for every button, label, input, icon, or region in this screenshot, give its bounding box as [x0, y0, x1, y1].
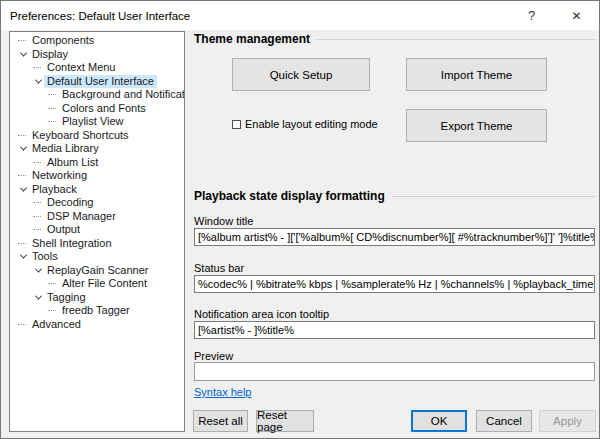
- chevron-down-icon[interactable]: [20, 184, 27, 191]
- tree-item-alter-file-content[interactable]: Alter File Content: [10, 277, 184, 291]
- chevron-down-icon[interactable]: [35, 76, 42, 83]
- preferences-dialog: Preferences: Default User Interface ? ✕ …: [0, 0, 600, 439]
- tree-item-default-user-interface[interactable]: Default User Interface: [10, 75, 184, 89]
- tree-gutter: [10, 121, 56, 122]
- section-divider: [392, 196, 595, 197]
- tree-connector-icon: [33, 67, 41, 68]
- tooltip-field-label: Notification area icon tooltip: [194, 308, 329, 320]
- tree-connector-icon: [48, 94, 56, 95]
- section-divider: [317, 39, 595, 40]
- tree-item-label[interactable]: Album List: [44, 156, 101, 169]
- tree-connector-icon: [18, 40, 26, 41]
- chevron-down-icon[interactable]: [20, 252, 27, 259]
- tree-gutter: [10, 295, 41, 300]
- enable-layout-editing-checkbox[interactable]: [232, 120, 241, 129]
- tree-item-label[interactable]: Media Library: [29, 142, 102, 155]
- tree-gutter: [10, 202, 41, 203]
- section-title: Playback state display formatting: [194, 189, 385, 203]
- tree-connector-icon: [48, 310, 56, 311]
- tree-item-playlist-view[interactable]: Playlist View: [10, 115, 184, 129]
- tree-item-label[interactable]: Alter File Content: [59, 277, 150, 290]
- tree-gutter: [10, 40, 26, 41]
- tree-gutter: [10, 229, 41, 230]
- tree-item-display[interactable]: Display: [10, 48, 184, 62]
- tree-item-media-library[interactable]: Media Library: [10, 142, 184, 156]
- reset-page-button[interactable]: Reset page: [256, 410, 314, 432]
- ok-button[interactable]: OK: [411, 410, 467, 432]
- playback-formatting-heading: Playback state display formatting: [194, 189, 595, 203]
- tree-gutter: [10, 175, 26, 176]
- tree-item-components[interactable]: Components: [10, 34, 184, 48]
- tree-item-label[interactable]: Keyboard Shortcuts: [29, 129, 132, 142]
- tree-item-label[interactable]: Playback: [29, 183, 80, 196]
- chevron-down-icon[interactable]: [20, 144, 27, 151]
- chevron-down-icon[interactable]: [35, 265, 42, 272]
- export-theme-button[interactable]: Export Theme: [406, 109, 547, 142]
- tree-item-label[interactable]: Background and Notifications: [59, 88, 185, 101]
- tree-item-label[interactable]: Decoding: [44, 196, 96, 209]
- tree-connector-icon: [48, 108, 56, 109]
- tree-item-output[interactable]: Output: [10, 223, 184, 237]
- window-title-format-input[interactable]: [%album artist% - ]['['%album%[ CD%discn…: [194, 228, 595, 246]
- enable-layout-editing-label[interactable]: Enable layout editing mode: [245, 118, 378, 130]
- tree-connector-icon: [18, 135, 26, 136]
- tree-gutter: [10, 254, 26, 259]
- window-title-field-label: Window title: [194, 215, 253, 227]
- tree-item-playback[interactable]: Playback: [10, 183, 184, 197]
- tree-connector-icon: [48, 121, 56, 122]
- tree-item-label[interactable]: Playlist View: [59, 115, 127, 128]
- tree-item-freedb-tagger[interactable]: freedb Tagger: [10, 304, 184, 318]
- tree-item-label[interactable]: Output: [44, 223, 83, 236]
- tree-item-label[interactable]: DSP Manager: [44, 210, 119, 223]
- tree-gutter: [10, 283, 56, 284]
- import-theme-button[interactable]: Import Theme: [406, 58, 547, 91]
- tree-item-album-list[interactable]: Album List: [10, 156, 184, 170]
- tree-item-tagging[interactable]: Tagging: [10, 291, 184, 305]
- tree-item-label[interactable]: Shell Integration: [29, 237, 115, 250]
- tree-item-label[interactable]: Tools: [29, 250, 61, 263]
- apply-button[interactable]: Apply: [539, 410, 596, 432]
- tree-item-networking[interactable]: Networking: [10, 169, 184, 183]
- tree-item-context-menu[interactable]: Context Menu: [10, 61, 184, 75]
- cancel-button[interactable]: Cancel: [476, 410, 532, 432]
- tree-item-label[interactable]: Advanced: [29, 318, 84, 331]
- tree-item-replaygain-scanner[interactable]: ReplayGain Scanner: [10, 264, 184, 278]
- tooltip-format-input[interactable]: [%artist% - ]%title%: [194, 321, 595, 339]
- tree-gutter: [10, 268, 41, 273]
- tree-item-label[interactable]: Tagging: [44, 291, 89, 304]
- tree-item-label[interactable]: Components: [29, 34, 97, 47]
- tree-item-tools[interactable]: Tools: [10, 250, 184, 264]
- tree-item-label[interactable]: Networking: [29, 169, 90, 182]
- tree-gutter: [10, 243, 26, 244]
- tree-connector-icon: [33, 229, 41, 230]
- tree-item-background-and-notifications[interactable]: Background and Notifications: [10, 88, 184, 102]
- tree-gutter: [10, 310, 56, 311]
- tree-connector-icon: [33, 162, 41, 163]
- tree-gutter: [10, 79, 41, 84]
- tree-item-label[interactable]: ReplayGain Scanner: [44, 264, 152, 277]
- tree-gutter: [10, 162, 41, 163]
- tree-connector-icon: [18, 243, 26, 244]
- section-title: Theme management: [194, 32, 310, 46]
- tree-connector-icon: [18, 175, 26, 176]
- tree-item-shell-integration[interactable]: Shell Integration: [10, 237, 184, 251]
- tree-item-keyboard-shortcuts[interactable]: Keyboard Shortcuts: [10, 129, 184, 143]
- page-content: Theme management Quick Setup Import Them…: [194, 1, 595, 439]
- reset-all-button[interactable]: Reset all: [193, 410, 248, 432]
- tree-item-label[interactable]: Colors and Fonts: [59, 102, 149, 115]
- tree-item-advanced[interactable]: Advanced: [10, 318, 184, 332]
- tree-item-label[interactable]: Context Menu: [44, 61, 118, 74]
- tree-item-decoding[interactable]: Decoding: [10, 196, 184, 210]
- preview-box: [194, 362, 595, 381]
- quick-setup-button[interactable]: Quick Setup: [232, 58, 370, 91]
- status-bar-format-input[interactable]: %codec% | %bitrate% kbps | %samplerate% …: [194, 275, 595, 293]
- syntax-help-link[interactable]: Syntax help: [194, 386, 251, 398]
- tree-item-label[interactable]: Display: [29, 48, 71, 61]
- chevron-down-icon[interactable]: [35, 292, 42, 299]
- tree-item-label[interactable]: freedb Tagger: [59, 304, 133, 317]
- tree-connector-icon: [48, 283, 56, 284]
- tree-item-dsp-manager[interactable]: DSP Manager: [10, 210, 184, 224]
- chevron-down-icon[interactable]: [20, 49, 27, 56]
- tree-item-colors-and-fonts[interactable]: Colors and Fonts: [10, 102, 184, 116]
- tree-item-label[interactable]: Default User Interface: [44, 75, 157, 88]
